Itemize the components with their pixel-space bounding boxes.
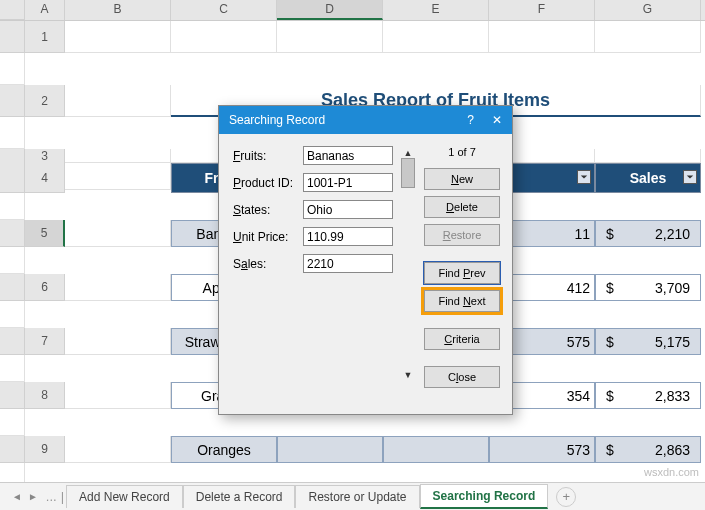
label-states: States: [233,203,297,217]
row-1[interactable]: 1 [25,21,65,53]
row-5[interactable]: 5 [25,220,65,247]
searching-record-dialog: Searching Record ? ✕ Fruits: Product ID:… [218,105,513,415]
input-sales[interactable] [303,254,393,273]
cell[interactable] [0,355,25,382]
select-all-corner[interactable] [0,0,25,20]
row-7[interactable]: 7 [25,328,65,355]
cell[interactable] [65,21,171,53]
cell[interactable] [383,21,489,53]
cell[interactable] [277,21,383,53]
help-icon[interactable]: ? [467,113,474,127]
cell[interactable] [0,117,25,149]
cell[interactable] [595,21,701,53]
row-4[interactable]: 4 [25,163,65,193]
col-D[interactable]: D [277,0,383,20]
cell[interactable] [0,53,25,85]
cell[interactable] [0,301,25,328]
find-prev-button[interactable]: Find Prev [424,262,500,284]
new-button[interactable]: New [424,168,500,190]
add-sheet-button[interactable]: + [556,487,576,507]
tab-nav-icons[interactable]: ◄► [6,491,44,502]
column-headers: A B C D E F G [0,0,705,21]
filter-icon[interactable] [577,170,591,184]
close-icon[interactable]: ✕ [492,113,502,127]
find-next-button[interactable]: Find Next [424,290,500,312]
col-B[interactable]: B [65,0,171,20]
input-unitprice[interactable] [303,227,393,246]
cell[interactable] [595,149,701,163]
input-fruits[interactable] [303,146,393,165]
input-productid[interactable] [303,173,393,192]
tab-searching-record[interactable]: Searching Record [420,484,549,509]
tab-add-new-record[interactable]: Add New Record [66,485,183,508]
col-G[interactable]: G [595,0,701,20]
label-fruits: Fruits: [233,149,297,163]
sheet-tab-bar: ◄► ... | Add New Record Delete a Record … [0,482,705,510]
tab-overflow[interactable]: ... [44,489,59,504]
record-counter: 1 of 7 [448,146,476,158]
criteria-button[interactable]: Criteria [424,328,500,350]
cell[interactable] [65,163,171,190]
filter-icon[interactable] [683,170,697,184]
row-gap [0,21,25,53]
scroll-down-icon[interactable]: ▼ [404,370,413,380]
watermark: wsxdn.com [644,466,699,478]
delete-button[interactable]: Delete [424,196,500,218]
cell[interactable] [65,382,171,409]
cell-sales[interactable]: $2,863 [595,436,701,463]
cell[interactable] [171,21,277,53]
cell-hidden[interactable] [277,436,383,463]
row-6[interactable]: 6 [25,274,65,301]
cell-e-partial[interactable]: 573 [489,436,595,463]
tab-restore-or-update[interactable]: Restore or Update [295,485,419,508]
col-A[interactable]: A [25,0,65,20]
tab-delete-a-record[interactable]: Delete a Record [183,485,296,508]
cell[interactable] [65,274,171,301]
dialog-scrollbar[interactable]: ▲ ▼ [400,146,416,388]
cell[interactable] [65,220,171,247]
col-F[interactable]: F [489,0,595,20]
restore-button: Restore [424,224,500,246]
label-productid: Product ID: [233,176,297,190]
col-C[interactable]: C [171,0,277,20]
row-8[interactable]: 8 [25,382,65,409]
dialog-titlebar[interactable]: Searching Record ? ✕ [219,106,512,134]
cell-fruit[interactable]: Oranges [171,436,277,463]
close-button[interactable]: Close [424,366,500,388]
cell-sales[interactable]: $5,175 [595,328,701,355]
cell-sales[interactable]: $3,709 [595,274,701,301]
cell[interactable] [0,193,25,220]
cell[interactable] [65,328,171,355]
row-9[interactable]: 9 [25,436,65,463]
scroll-thumb[interactable] [401,158,415,188]
cell[interactable] [65,436,171,463]
cell-hidden[interactable] [383,436,489,463]
cell[interactable] [65,85,171,117]
cell-sales[interactable]: $2,833 [595,382,701,409]
cell[interactable] [0,409,25,436]
row-3[interactable]: 3 [25,149,65,164]
label-sales: Sales: [233,257,297,271]
cell-sales[interactable]: $2,210 [595,220,701,247]
cell[interactable] [65,149,171,163]
dialog-buttons: 1 of 7 New Delete Restore Find Prev Find… [422,146,502,388]
row-2[interactable]: 2 [25,85,65,117]
cell[interactable] [489,21,595,53]
col-E[interactable]: E [383,0,489,20]
dialog-form: Fruits: Product ID: States: Unit Price: … [233,146,394,388]
scroll-up-icon[interactable]: ▲ [404,148,413,158]
input-states[interactable] [303,200,393,219]
header-sales[interactable]: Sales [595,163,701,193]
label-unitprice: Unit Price: [233,230,297,244]
cell[interactable] [0,247,25,274]
dialog-title: Searching Record [229,113,325,127]
